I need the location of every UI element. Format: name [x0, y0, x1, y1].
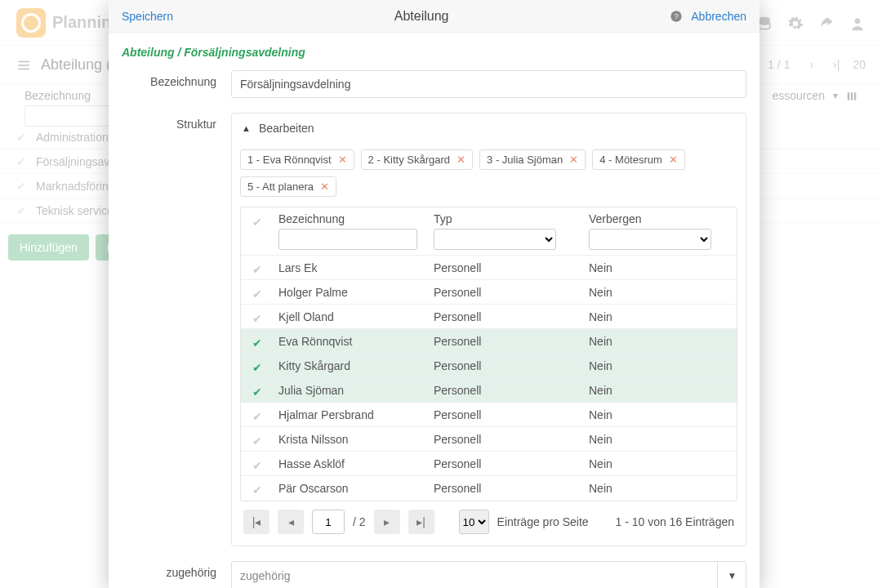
row-check-icon[interactable]: ✔ [252, 410, 262, 423]
structure-box: ▲ Bearbeiten 1 - Eva Rönnqvist✕2 - Kitty… [231, 113, 746, 546]
th-typ: Typ [434, 212, 579, 225]
breadcrumb: Abteilung / Försäljningsavdelning [122, 46, 746, 59]
members-table: ✔ Bezeichnung Typ Verbergen [240, 207, 737, 501]
modal-header: Speichern Abteilung ? Abbrechen [109, 0, 760, 33]
remove-tag-icon[interactable]: ✕ [669, 154, 678, 166]
pager-last-icon[interactable]: ▸| [408, 510, 434, 534]
cell-verbergen: Nein [584, 457, 737, 470]
row-check-icon[interactable]: ✔ [252, 336, 262, 350]
filter-bezeichnung[interactable] [278, 229, 417, 250]
structure-toggle-label: Bearbeiten [259, 122, 314, 135]
cell-typ: Personell [429, 408, 584, 421]
pager-first-icon[interactable]: |◂ [243, 510, 270, 534]
table-row[interactable]: ✔Holger PalmePersonellNein [241, 280, 737, 305]
tag-label: 5 - Att planera [247, 180, 314, 193]
members-table-head: ✔ Bezeichnung Typ Verbergen [241, 207, 737, 256]
row-check-icon[interactable]: ✔ [252, 483, 262, 497]
row-check-icon[interactable]: ✔ [252, 312, 262, 325]
th-bezeichnung: Bezeichnung [278, 212, 424, 225]
table-row[interactable]: ✔Lars EkPersonellNein [241, 256, 737, 280]
cell-bezeichnung: Hasse Asklöf [274, 457, 429, 470]
table-row[interactable]: ✔Hjalmar PersbrandPersonellNein [241, 403, 737, 427]
svg-text:?: ? [675, 13, 679, 21]
cell-bezeichnung: Kitty Skårgard [274, 359, 429, 372]
cell-verbergen: Nein [584, 286, 737, 299]
cell-bezeichnung: Julia Sjöman [274, 384, 429, 397]
cell-verbergen: Nein [584, 335, 737, 348]
selected-tag[interactable]: 4 - Mötesrum✕ [592, 149, 685, 170]
cell-bezeichnung: Eva Rönnqvist [274, 335, 429, 348]
pager-size-label: Einträge pro Seite [497, 515, 589, 528]
th-verbergen: Verbergen [589, 212, 732, 225]
table-row[interactable]: ✔Krista NilssonPersonellNein [241, 427, 737, 452]
cell-bezeichnung: Hjalmar Persbrand [274, 408, 429, 421]
cancel-button[interactable]: Abbrechen [691, 10, 746, 23]
tag-label: 4 - Mötesrum [599, 154, 662, 166]
row-check-icon[interactable]: ✔ [252, 287, 262, 301]
cell-verbergen: Nein [584, 433, 737, 446]
structure-toggle[interactable]: ▲ Bearbeiten [232, 114, 746, 143]
filter-typ[interactable] [434, 229, 556, 250]
pager-size-select[interactable]: 10 [459, 510, 489, 534]
remove-tag-icon[interactable]: ✕ [457, 154, 466, 166]
modal-title: Abteilung [173, 9, 670, 24]
remove-tag-icon[interactable]: ✕ [338, 154, 347, 166]
cell-typ: Personell [429, 261, 584, 274]
cell-verbergen: Nein [584, 384, 737, 397]
cell-typ: Personell [429, 433, 584, 446]
cell-typ: Personell [429, 359, 584, 372]
triangle-up-icon: ▲ [242, 123, 251, 133]
cell-bezeichnung: Krista Nilsson [274, 433, 429, 446]
pager-info: 1 - 10 von 16 Einträgen [615, 515, 734, 528]
cell-verbergen: Nein [584, 261, 737, 274]
modal-body: Abteilung / Försäljningsavdelning Bezeic… [109, 33, 760, 588]
cell-typ: Personell [429, 384, 584, 397]
members-pager: |◂ ◂ / 2 ▸ ▸| 10 Einträge pro Seite 1 - … [232, 501, 746, 546]
members-table-body: ✔Lars EkPersonellNein✔Holger PalmePerson… [241, 256, 737, 501]
row-check-icon[interactable]: ✔ [252, 361, 262, 374]
table-row[interactable]: ✔Kjell OlandPersonellNein [241, 305, 737, 329]
cell-verbergen: Nein [584, 359, 737, 372]
cell-typ: Personell [429, 457, 584, 470]
table-row[interactable]: ✔Pär OscarsonPersonellNein [241, 476, 737, 501]
remove-tag-icon[interactable]: ✕ [320, 180, 329, 193]
table-row[interactable]: ✔Julia SjömanPersonellNein [241, 378, 737, 403]
row-check-icon[interactable]: ✔ [252, 459, 262, 472]
table-row[interactable]: ✔Hasse AsklöfPersonellNein [241, 452, 737, 476]
pager-prev-icon[interactable]: ◂ [278, 510, 304, 534]
row-check-icon[interactable]: ✔ [252, 263, 262, 276]
pager-total: / 2 [353, 515, 366, 528]
select-all-icon[interactable]: ✔ [252, 216, 262, 229]
filter-verbergen[interactable] [589, 229, 711, 250]
selected-tag[interactable]: 5 - Att planera✕ [240, 176, 336, 197]
remove-tag-icon[interactable]: ✕ [569, 154, 578, 166]
zugehoerig-dropdown-icon[interactable]: ▼ [717, 561, 746, 588]
row-check-icon[interactable]: ✔ [252, 434, 262, 448]
pager-next-icon[interactable]: ▸ [374, 510, 400, 534]
cell-verbergen: Nein [584, 408, 737, 421]
selected-tag[interactable]: 3 - Julia Sjöman✕ [479, 149, 586, 170]
tag-label: 1 - Eva Rönnqvist [247, 154, 332, 166]
zugehoerig-select[interactable] [231, 561, 746, 588]
tag-label: 2 - Kitty Skårgard [368, 154, 450, 166]
label-struktur: Struktur [122, 113, 231, 546]
bezeichnung-input[interactable] [231, 70, 746, 98]
cell-verbergen: Nein [584, 310, 737, 323]
selected-tag[interactable]: 2 - Kitty Skårgard✕ [361, 149, 473, 170]
table-row[interactable]: ✔Kitty SkårgardPersonellNein [241, 354, 737, 378]
cell-typ: Personell [429, 310, 584, 323]
table-row[interactable]: ✔Eva RönnqvistPersonellNein [241, 329, 737, 354]
pager-page-input[interactable] [312, 510, 345, 534]
save-button[interactable]: Speichern [122, 10, 173, 23]
selected-tags: 1 - Eva Rönnqvist✕2 - Kitty Skårgard✕3 -… [232, 143, 746, 197]
cell-bezeichnung: Holger Palme [274, 286, 429, 299]
help-icon[interactable]: ? [670, 9, 683, 24]
cell-bezeichnung: Lars Ek [274, 261, 429, 274]
label-bezeichnung: Bezeichnung [122, 70, 231, 98]
selected-tag[interactable]: 1 - Eva Rönnqvist✕ [240, 149, 354, 170]
cell-bezeichnung: Pär Oscarson [274, 482, 429, 495]
tag-label: 3 - Julia Sjöman [487, 154, 563, 166]
cell-typ: Personell [429, 335, 584, 348]
row-check-icon[interactable]: ✔ [252, 385, 262, 399]
cell-typ: Personell [429, 286, 584, 299]
